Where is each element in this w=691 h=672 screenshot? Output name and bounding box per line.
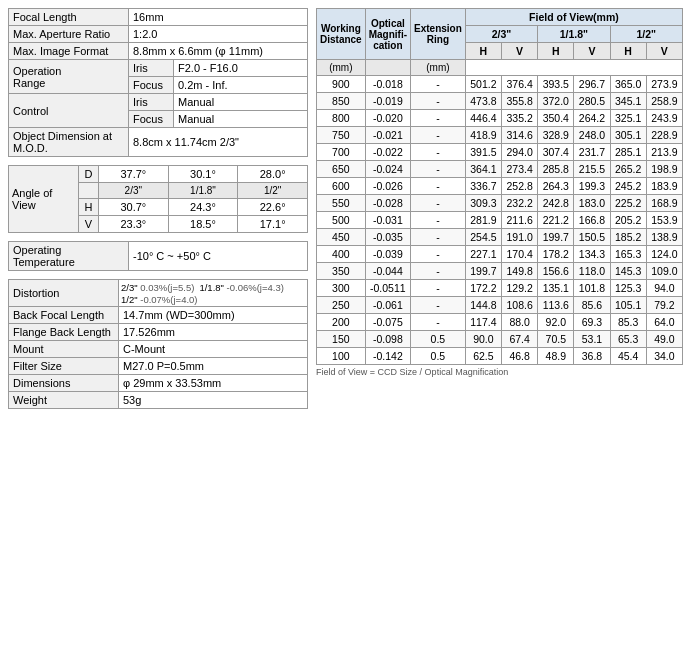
control-iris-row: Control Iris Manual	[9, 94, 308, 111]
fov-value-cell: 393.5	[538, 76, 574, 93]
fov-value-cell: 109.0	[646, 263, 682, 280]
fov-value-cell: 144.8	[465, 297, 501, 314]
working-dist-cell: 500	[317, 212, 366, 229]
fov-value-cell: 105.1	[610, 297, 646, 314]
ext-ring-cell: 0.5	[411, 331, 466, 348]
fov-value-cell: 185.2	[610, 229, 646, 246]
fov-value-cell: 376.4	[502, 76, 538, 93]
v-header-118: V	[574, 43, 610, 60]
flange-back-value: 17.526mm	[119, 324, 308, 341]
fov-value-cell: 305.1	[610, 127, 646, 144]
fov-value-cell: 118.0	[574, 263, 610, 280]
fov-value-cell: 228.9	[646, 127, 682, 144]
fov-value-cell: 335.2	[502, 110, 538, 127]
filter-size-row: Filter Size M27.0 P=0.5mm	[9, 358, 308, 375]
fov-row: 200-0.075-117.488.092.069.385.364.0	[317, 314, 683, 331]
aov-d-12: 28.0°	[238, 166, 308, 183]
filter-size-label: Filter Size	[9, 358, 119, 375]
mount-row: Mount C-Mount	[9, 341, 308, 358]
fov-value-cell: 391.5	[465, 144, 501, 161]
fov-value-cell: 252.8	[502, 178, 538, 195]
fov-value-cell: 328.9	[538, 127, 574, 144]
weight-label: Weight	[9, 392, 119, 409]
ext-ring-cell: -	[411, 246, 466, 263]
fov-row: 700-0.022-391.5294.0307.4231.7285.1213.9	[317, 144, 683, 161]
aov-sensor-12: 1/2"	[238, 183, 308, 199]
optical-mag-cell: -0.075	[365, 314, 410, 331]
working-dist-cell: 150	[317, 331, 366, 348]
fov-header-row-1: WorkingDistance OpticalMagnifi-cation Ex…	[317, 9, 683, 26]
aperture-ratio-row: Max. Aperture Ratio 1:2.0	[9, 26, 308, 43]
working-dist-cell: 700	[317, 144, 366, 161]
fov-value-cell: 149.8	[502, 263, 538, 280]
fov-value-cell: 113.6	[538, 297, 574, 314]
working-dist-header: WorkingDistance	[317, 9, 366, 60]
fov-value-cell: 225.2	[610, 195, 646, 212]
working-dist-cell: 450	[317, 229, 366, 246]
aov-header-row: Angle ofView D 37.7° 30.1° 28.0°	[9, 166, 308, 183]
fov-value-cell: 178.2	[538, 246, 574, 263]
image-format-label: Max. Image Format	[9, 43, 129, 60]
fov-value-cell: 273.4	[502, 161, 538, 178]
fov-value-cell: 125.3	[610, 280, 646, 297]
back-focal-row: Back Focal Length 14.7mm (WD=300mm)	[9, 307, 308, 324]
dimensions-label: Dimensions	[9, 375, 119, 392]
fov-value-cell: 280.5	[574, 93, 610, 110]
working-dist-units: (mm)	[317, 60, 366, 76]
aperture-ratio-value: 1:2.0	[129, 26, 308, 43]
top-spec-table: Focal Length 16mm Max. Aperture Ratio 1:…	[8, 8, 308, 157]
filter-size-value: M27.0 P=0.5mm	[119, 358, 308, 375]
fov-value-cell: 85.6	[574, 297, 610, 314]
ext-ring-cell: -	[411, 161, 466, 178]
fov-value-cell: 153.9	[646, 212, 682, 229]
fov-value-cell: 129.2	[502, 280, 538, 297]
fov-table: WorkingDistance OpticalMagnifi-cation Ex…	[316, 8, 683, 365]
fov-value-cell: 46.8	[502, 348, 538, 365]
working-dist-cell: 400	[317, 246, 366, 263]
distortion-label: Distortion	[9, 280, 119, 307]
fov-value-cell: 294.0	[502, 144, 538, 161]
fov-value-cell: 296.7	[574, 76, 610, 93]
working-dist-cell: 200	[317, 314, 366, 331]
ext-ring-cell: -	[411, 195, 466, 212]
fov-row: 850-0.019-473.8355.8372.0280.5345.1258.9	[317, 93, 683, 110]
fov-value-cell: 264.2	[574, 110, 610, 127]
fov-value-cell: 199.7	[538, 229, 574, 246]
image-format-value: 8.8mm x 6.6mm (φ 11mm)	[129, 43, 308, 60]
fov-value-cell: 183.9	[646, 178, 682, 195]
optical-mag-cell: -0.026	[365, 178, 410, 195]
fov-value-cell: 215.5	[574, 161, 610, 178]
dimensions-value: φ 29mm x 33.53mm	[119, 375, 308, 392]
fov-value-cell: 309.3	[465, 195, 501, 212]
ext-ring-cell: -	[411, 280, 466, 297]
op-iris-label: Iris	[129, 60, 174, 77]
back-focal-label: Back Focal Length	[9, 307, 119, 324]
fov-value-cell: 285.8	[538, 161, 574, 178]
object-dim-value: 8.8cm x 11.74cm 2/3"	[129, 128, 308, 157]
fov-value-cell: 314.6	[502, 127, 538, 144]
aov-h-12: 22.6°	[238, 199, 308, 216]
fov-value-cell: 242.8	[538, 195, 574, 212]
fov-row: 250-0.061-144.8108.6113.685.6105.179.2	[317, 297, 683, 314]
fov-value-cell: 65.3	[610, 331, 646, 348]
ctrl-iris-value: Manual	[174, 94, 308, 111]
aov-sensor-23: 2/3"	[99, 183, 169, 199]
working-dist-cell: 900	[317, 76, 366, 93]
ext-ring-cell: -	[411, 127, 466, 144]
fov-value-cell: 101.8	[574, 280, 610, 297]
fov-value-cell: 67.4	[502, 331, 538, 348]
fov-value-cell: 150.5	[574, 229, 610, 246]
v-header-12: V	[646, 43, 682, 60]
fov-value-cell: 134.3	[574, 246, 610, 263]
working-dist-cell: 650	[317, 161, 366, 178]
left-panel: Focal Length 16mm Max. Aperture Ratio 1:…	[8, 8, 308, 409]
ext-ring-cell: -	[411, 110, 466, 127]
ext-ring-cell: -	[411, 76, 466, 93]
fov-value-cell: 124.0	[646, 246, 682, 263]
fov-row: 500-0.031-281.9211.6221.2166.8205.2153.9	[317, 212, 683, 229]
fov-value-cell: 258.9	[646, 93, 682, 110]
focal-length-value: 16mm	[129, 9, 308, 26]
optical-mag-cell: -0.044	[365, 263, 410, 280]
fov-value-cell: 156.6	[538, 263, 574, 280]
fov-value-cell: 245.2	[610, 178, 646, 195]
